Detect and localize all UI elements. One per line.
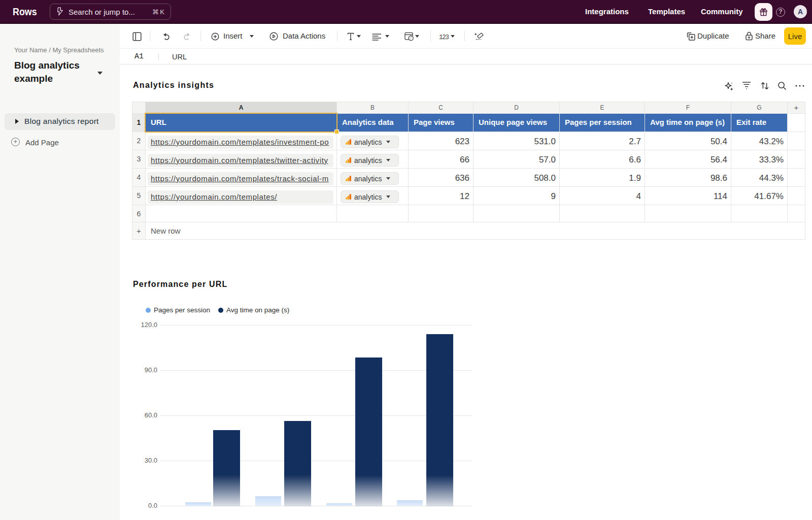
svg-text:123: 123 bbox=[439, 34, 449, 41]
